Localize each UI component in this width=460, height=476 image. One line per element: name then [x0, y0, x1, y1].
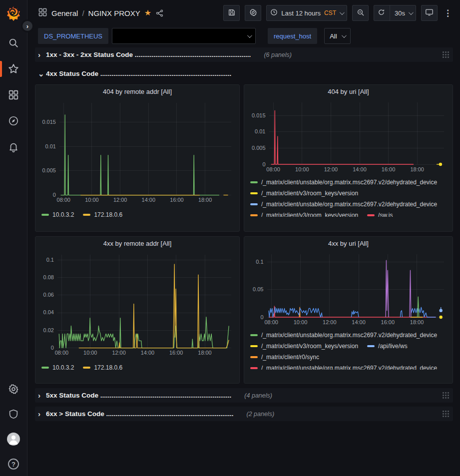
legend-label: /_matrix/client/unstable/org.matrix.msc2… — [261, 201, 437, 208]
save-icon — [228, 8, 236, 18]
svg-text:08:00: 08:00 — [55, 350, 68, 356]
gear-icon — [249, 8, 257, 18]
share-icon[interactable] — [155, 9, 164, 17]
legend-swatch — [250, 203, 258, 205]
favorite-star-icon[interactable]: ★ — [144, 9, 151, 17]
svg-text:0: 0 — [262, 161, 265, 167]
panel-title[interactable]: 404 by uri [All] — [248, 88, 449, 99]
legend-label: /_matrix/client/v3/room_keys/version — [261, 212, 358, 217]
sidebar-item-search[interactable] — [0, 36, 27, 50]
svg-text:16:00: 16:00 — [381, 319, 395, 325]
dashboards-grid-icon[interactable] — [38, 7, 47, 18]
legend-swatch — [250, 367, 258, 369]
row-drag-handle[interactable] — [443, 411, 449, 417]
svg-text:0.1: 0.1 — [46, 257, 54, 263]
legend-item[interactable]: /_matrix/client/v3/room_keys/version — [250, 190, 358, 197]
legend-item[interactable]: /_matrix/client/unstable/org.matrix.msc2… — [250, 332, 437, 339]
row-header-4xx[interactable]: ⌄ 4xx Status Code ......................… — [35, 66, 453, 81]
legend-item[interactable]: 172.18.0.6 — [83, 211, 122, 218]
row-panel-count: (2 panels) — [246, 411, 274, 418]
svg-text:12:00: 12:00 — [113, 197, 127, 203]
svg-text:0.05: 0.05 — [253, 286, 263, 292]
variable-label-request-host[interactable]: request_host — [268, 28, 317, 44]
svg-text:08:00: 08:00 — [266, 166, 280, 172]
timeseries-chart[interactable]: 08:0010:0012:0014:0016:0018:0000.050.1 — [248, 251, 449, 327]
refresh-interval-label: 30s — [395, 9, 405, 17]
legend-item[interactable]: /_matrix/client/unstable/org.matrix.msc2… — [250, 179, 437, 186]
legend-item[interactable]: /_matrix/client/unstable/org.matrix.msc2… — [250, 201, 437, 208]
svg-text:08:00: 08:00 — [264, 319, 278, 325]
row-panel-count: (4 panels) — [244, 392, 272, 399]
legend-item[interactable]: 172.18.0.6 — [83, 364, 122, 371]
svg-text:10:00: 10:00 — [295, 166, 309, 172]
panel-title[interactable]: 4xx by remote addr [All] — [39, 240, 235, 251]
legend-label: /_matrix/client/unstable/org.matrix.msc2… — [261, 365, 437, 370]
timeseries-chart[interactable]: 08:0010:0012:0014:0016:0018:0000.0050.01… — [248, 99, 449, 174]
grafana-logo[interactable] — [5, 5, 22, 22]
svg-text:12:00: 12:00 — [112, 350, 125, 356]
variable-value-ds-dropdown[interactable] — [112, 28, 256, 44]
sidebar-item-alerting[interactable] — [0, 140, 27, 154]
kebab-menu-button[interactable]: ⋮ — [443, 5, 453, 21]
row-drag-handle[interactable] — [443, 51, 449, 58]
panel-row-1: 404 by remote addr [All] 08:0010:0012:00… — [35, 84, 453, 232]
row-collapse-chevron: › — [38, 410, 46, 418]
sidebar-item-profile[interactable] — [0, 432, 27, 446]
svg-text:18:00: 18:00 — [198, 350, 211, 356]
svg-text:08:00: 08:00 — [57, 197, 70, 203]
svg-text:0: 0 — [51, 345, 54, 351]
legend-swatch — [367, 214, 375, 216]
variable-value-request-host-dropdown[interactable]: All — [324, 28, 350, 44]
legend-label: 10.0.3.2 — [52, 211, 74, 218]
sidebar-item-help[interactable]: ? — [0, 457, 27, 471]
timezone-label: CST — [324, 9, 336, 16]
legend-item[interactable]: 10.0.3.2 — [41, 364, 74, 371]
legend-item[interactable]: /_matrix/client/r0/sync — [250, 354, 319, 361]
clock-icon — [270, 8, 278, 17]
save-dashboard-button[interactable] — [223, 5, 240, 21]
legend-swatch — [83, 214, 90, 216]
legend-item[interactable]: /_matrix/client/v3/room_keys/version — [250, 343, 358, 350]
legend-swatch — [250, 214, 258, 216]
sidebar: ? — [0, 0, 27, 476]
row-drag-handle[interactable] — [443, 392, 449, 399]
legend-label: /_matrix/client/v3/room_keys/version — [261, 343, 358, 350]
tv-mode-button[interactable] — [421, 5, 438, 21]
timeseries-chart[interactable]: 08:0010:0012:0014:0016:0018:0000.0050.01… — [39, 99, 235, 205]
legend-item[interactable]: 10.0.3.2 — [41, 211, 74, 218]
legend-item[interactable]: /_matrix/client/unstable/org.matrix.msc2… — [250, 365, 437, 370]
svg-text:0.015: 0.015 — [252, 112, 266, 118]
row-title: 4xx Status Code ........................… — [46, 70, 231, 77]
sidebar-expand-button[interactable]: › — [21, 19, 34, 32]
panel-404-by-uri: 404 by uri [All] 08:0010:0012:0014:0016:… — [244, 84, 453, 232]
row-header-5xx[interactable]: › 5xx Status Code ......................… — [35, 388, 453, 403]
sidebar-item-server-admin[interactable] — [0, 407, 27, 421]
time-range-picker[interactable]: Last 12 hours CST — [266, 5, 347, 21]
panel-4xx-by-uri: 4xx by uri [All] 08:0010:0012:0014:0016:… — [244, 236, 453, 384]
panel-title[interactable]: 404 by remote addr [All] — [39, 88, 235, 99]
breadcrumb-section[interactable]: General — [51, 9, 78, 17]
legend-item[interactable]: /_matrix/client/v3/room_keys/version — [250, 212, 358, 217]
svg-text:0.04: 0.04 — [43, 309, 54, 315]
page-title[interactable]: NGINX PROXY — [88, 9, 140, 17]
sidebar-item-starred[interactable] — [0, 62, 27, 76]
legend-item[interactable]: /sw.js — [367, 212, 393, 217]
legend-item[interactable]: /api/live/ws — [367, 343, 408, 350]
timeseries-chart[interactable]: 08:0010:0012:0014:0016:0018:0000.020.040… — [39, 251, 235, 358]
search-icon — [8, 37, 19, 48]
sidebar-item-explore[interactable] — [0, 114, 27, 128]
row-header-6xx[interactable]: › 6xx > Status Code ....................… — [35, 407, 453, 421]
legend-swatch — [250, 356, 258, 358]
panel-title[interactable]: 4xx by uri [All] — [248, 240, 449, 251]
sidebar-item-dashboards[interactable] — [0, 88, 27, 102]
chevron-down-icon — [247, 33, 252, 38]
refresh-group[interactable]: 30s — [374, 5, 416, 21]
row-header-1xx-3xx-2xx[interactable]: › 1xx - 3xx - 2xx Status Code ..........… — [35, 47, 453, 62]
variable-label-ds[interactable]: DS_PROMETHEUS — [38, 28, 108, 44]
legend-swatch — [367, 345, 375, 347]
zoom-out-button[interactable] — [352, 5, 369, 21]
sidebar-item-configuration[interactable] — [0, 382, 27, 396]
dashboard-settings-button[interactable] — [245, 5, 261, 21]
top-navbar: General / NGINX PROXY ★ Last 12 hours CS… — [27, 0, 460, 26]
row-title: 5xx Status Code ........................… — [46, 392, 231, 399]
